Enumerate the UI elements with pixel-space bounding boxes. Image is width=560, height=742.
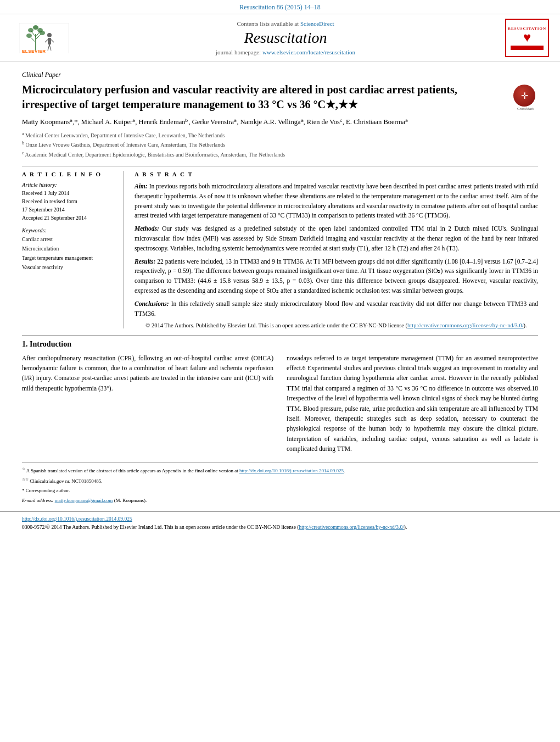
contents-line: Contents lists available at ScienceDirec… [77, 20, 494, 27]
footnote-3: * Corresponding author. [22, 487, 538, 494]
copyright-link[interactable]: http://creativecommons.org/licenses/by-n… [407, 322, 524, 328]
article-type-label: Clinical Paper [22, 68, 538, 79]
affiliation-a: a Medical Center Leeuwarden, Department … [22, 131, 538, 140]
footnote-2-text: Clinicaltrials.gov nr. NCT01850485. [30, 478, 102, 484]
conclusions-label: Conclusions: [135, 300, 169, 307]
affiliation-c: c Academic Medical Center, Department Ep… [22, 150, 538, 159]
keyword-3: Target temperature management [22, 253, 116, 263]
abstract-aim: Aim: In previous reports both microcircu… [135, 182, 538, 221]
svg-point-8 [28, 28, 33, 32]
introduction-heading: 1. Introduction [22, 340, 538, 349]
received-date: Received 1 July 2014 [22, 189, 116, 197]
email-link[interactable]: matty.koopmans@gmail.com [55, 498, 113, 503]
journal-top-bar: Resuscitation 86 (2015) 14–18 [0, 0, 560, 14]
svg-text:ELSEVIER: ELSEVIER [22, 49, 46, 53]
intro-para-2-text: nowadays referred to as target temperatu… [287, 355, 538, 453]
keyword-2: Microcirculation [22, 244, 116, 253]
abstract-methods: Methods: Our study was designed as a pre… [135, 224, 538, 253]
svg-rect-12 [48, 38, 51, 44]
results-label: Results: [135, 258, 155, 265]
article-title: Microcirculatory perfusion and vascular … [22, 82, 508, 112]
elsevier-logo-icon: ELSEVIER [19, 23, 69, 53]
homepage-line: journal homepage: www.elsevier.com/locat… [77, 49, 494, 55]
history-label: Article history: [22, 182, 116, 188]
results-text: 22 patients were included, 13 in TTM33 a… [135, 258, 538, 294]
intro-para-2: nowadays referred to as target temperatu… [287, 353, 538, 454]
abstract-results: Results: 22 patients were included, 13 i… [135, 257, 538, 296]
page: Resuscitation 86 (2015) 14–18 [0, 0, 560, 742]
keywords-section: Keywords: Cardiac arrest Microcirculatio… [22, 227, 116, 272]
svg-point-6 [26, 34, 32, 38]
svg-point-10 [33, 25, 38, 30]
abstract-conclusions: Conclusions: In this relatively small sa… [135, 299, 538, 319]
issn-line: 0300-9572/© 2014 The Authors. Published … [22, 523, 538, 532]
contents-label: Contents lists available at [237, 20, 299, 27]
doi-line: http://dx.doi.org/10.1016/j.resuscitatio… [22, 515, 538, 523]
footnote-3-symbol: * [22, 488, 25, 493]
authors-line: Matty Koopmansᵃ,*, Michael A. Kuiperᵃ, H… [22, 118, 538, 126]
header-center: Contents lists available at ScienceDirec… [77, 20, 494, 55]
aim-label: Aim: [135, 183, 148, 189]
svg-point-11 [47, 33, 52, 37]
svg-point-9 [37, 28, 43, 32]
journal-citation: Resuscitation 86 (2015) 14–18 [239, 3, 321, 11]
intro-col-left: After cardiopulmonary resuscitation (CPR… [22, 353, 273, 459]
homepage-label: journal homepage: [216, 49, 261, 55]
logo-bottom-bar [511, 46, 544, 50]
footnote-1-text: A Spanish translated version of the abst… [26, 468, 345, 473]
received-revised-label: Received in revised form [22, 197, 116, 205]
section-title: Introduction [30, 340, 71, 348]
section-divider [22, 335, 538, 336]
homepage-link[interactable]: www.elsevier.com/locate/resuscitation [262, 49, 355, 55]
email-author: (M. Koopmans). [114, 498, 147, 503]
methods-label: Methods: [135, 225, 159, 232]
crossmark-badge: ✛ CrossMark [513, 85, 538, 111]
intro-para-1: After cardiopulmonary resuscitation (CPR… [22, 353, 273, 394]
abstract-col: A B S T R A C T Aim: In previous reports… [135, 171, 538, 328]
introduction-body: After cardiopulmonary resuscitation (CPR… [22, 353, 538, 459]
keyword-4: Vascular reactivity [22, 263, 116, 272]
footnote-1-symbol: ☆ [22, 467, 25, 471]
keyword-1: Cardiac arrest [22, 235, 116, 244]
email-label: E-mail address: [22, 498, 55, 503]
info-abstract-section: A R T I C L E I N F O Article history: R… [22, 166, 538, 328]
methods-text: Our study was designed as a predefined s… [135, 225, 538, 252]
abstract-heading: A B S T R A C T [135, 171, 538, 177]
doi-link[interactable]: http://dx.doi.org/10.1016/j.resuscitatio… [22, 516, 132, 522]
section-number: 1. [22, 340, 28, 348]
authors-text: Matty Koopmansᵃ,*, Michael A. Kuiperᵃ, H… [22, 118, 408, 126]
logo-heart-icon: ♥ [523, 31, 531, 44]
accepted-date: Accepted 21 September 2014 [22, 214, 116, 222]
header-section: ELSEVIER Contents lists available at Sci… [0, 14, 560, 62]
bottom-bar: http://dx.doi.org/10.1016/j.resuscitatio… [0, 511, 560, 535]
elsevier-logo-container: ELSEVIER [11, 23, 77, 53]
sciencedirect-link[interactable]: ScienceDirect [300, 20, 334, 27]
main-content: Clinical Paper Microcirculatory perfusio… [0, 62, 560, 511]
journal-title: Resuscitation [77, 29, 494, 47]
crossmark-icon: ✛ [513, 85, 535, 107]
affiliation-b: b Onze Lieve Vrouwe Gasthuis, Department… [22, 140, 538, 149]
license-link[interactable]: http://creativecommons.org/licenses/by-n… [299, 525, 404, 530]
footnote-3-text: Corresponding author. [26, 488, 70, 493]
footnote-2: ☆☆ Clinicaltrials.gov nr. NCT01850485. [22, 477, 538, 485]
conclusions-text: In this relatively small sample size stu… [135, 300, 538, 317]
keywords-label: Keywords: [22, 227, 116, 233]
article-info-col: A R T I C L E I N F O Article history: R… [22, 171, 124, 328]
footnote-1-link[interactable]: http://dx.doi.org/10.1016/j.resuscitatio… [239, 468, 344, 473]
elsevier-logo: ELSEVIER [11, 23, 77, 53]
aim-text: In previous reports both microcirculator… [135, 183, 538, 219]
resuscitation-logo-container: RESUSCITATION ♥ [494, 19, 549, 57]
resuscitation-logo: RESUSCITATION ♥ [505, 19, 549, 57]
intro-col-right: nowadays referred to as target temperatu… [287, 353, 538, 459]
issn-text: 0300-9572/© 2014 The Authors. Published … [22, 525, 407, 530]
received-revised-date: 17 September 2014 [22, 205, 116, 214]
affiliations: a Medical Center Leeuwarden, Department … [22, 131, 538, 159]
footnote-2-symbol: ☆☆ [22, 477, 29, 482]
footnote-1: ☆ A Spanish translated version of the ab… [22, 466, 538, 475]
crossmark-label: CrossMark [513, 107, 538, 111]
footnotes-section: ☆ A Spanish translated version of the ab… [22, 462, 538, 504]
footnote-email: E-mail address: matty.koopmans@gmail.com… [22, 496, 538, 504]
copyright-line: © 2014 The Authors. Published by Elsevie… [135, 322, 538, 328]
article-title-row: Microcirculatory perfusion and vascular … [22, 82, 538, 112]
article-info-heading: A R T I C L E I N F O [22, 171, 116, 177]
